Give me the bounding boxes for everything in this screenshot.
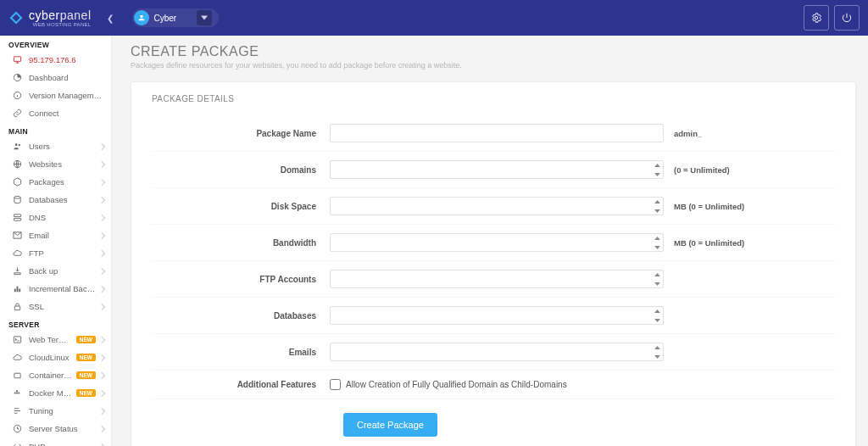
sidebar-item-label: Web Terminal: [29, 335, 73, 344]
database-icon: [12, 195, 22, 204]
new-badge: NEW: [76, 371, 96, 379]
sidebar-item-connect[interactable]: Connect: [0, 104, 111, 122]
sidebar-item-docker[interactable]: Docker Manager NEW: [0, 384, 111, 402]
sidebar-item-serverstatus[interactable]: Server Status: [0, 420, 111, 438]
chevron-down-icon[interactable]: [197, 10, 212, 25]
svg-rect-12: [14, 306, 19, 310]
sidebar-item-label: Back up: [29, 266, 96, 276]
svg-rect-3: [14, 57, 20, 62]
package-icon: [12, 177, 22, 187]
sidebar-item-label: Users: [29, 142, 96, 151]
chevron-right-icon: [98, 249, 105, 256]
sidebar-collapse-button[interactable]: ❮: [103, 11, 117, 25]
label-bandwidth: Bandwidth: [152, 238, 330, 248]
input-databases[interactable]: [330, 306, 664, 325]
sidebar-item-label: Websites: [29, 159, 96, 169]
new-badge: NEW: [76, 389, 96, 397]
panel-title: PACKAGE DETAILS: [152, 94, 835, 103]
sidebar-item-php[interactable]: PHP: [0, 438, 111, 446]
lock-icon: [12, 302, 22, 311]
label-ftp-accounts: FTP Accounts: [152, 275, 330, 284]
checkbox-label[interactable]: Allow Creation of Fully Qualified Domain…: [346, 380, 567, 389]
info-icon: [12, 91, 22, 100]
sidebar-item-dashboard[interactable]: Dashboard: [0, 69, 111, 86]
input-package-name[interactable]: [330, 124, 664, 142]
cloudlinux-icon: [12, 353, 22, 362]
input-disk-space[interactable]: [330, 197, 664, 215]
backup-icon: [12, 266, 22, 276]
svg-rect-16: [16, 393, 18, 394]
svg-rect-15: [14, 393, 15, 394]
sidebar-item-tuning[interactable]: Tuning: [0, 402, 111, 420]
row-package-name: Package Name admin_: [152, 115, 835, 152]
sidebar-item-label: SSL: [29, 302, 96, 311]
sidebar-item-dns[interactable]: DNS: [0, 209, 111, 226]
page-subtitle: Packages define resources for your websi…: [131, 61, 856, 70]
row-ftp-accounts: FTP Accounts: [152, 261, 835, 298]
cloud-icon: [12, 248, 22, 258]
power-button[interactable]: [834, 5, 860, 31]
status-icon: [12, 424, 22, 433]
svg-point-9: [14, 196, 19, 198]
chevron-right-icon: [98, 160, 105, 167]
help-package-name: admin_: [674, 129, 702, 138]
brand-suffix: panel: [60, 8, 92, 22]
terminal-icon: [12, 335, 22, 344]
svg-point-7: [18, 144, 19, 146]
sidebar-item-label: DNS: [29, 213, 96, 222]
svg-point-6: [14, 143, 17, 146]
input-emails[interactable]: [330, 343, 664, 361]
sidebar-item-cloudlinux[interactable]: CloudLinux NEW: [0, 348, 111, 366]
sidebar-item-ssl[interactable]: SSL: [0, 298, 111, 315]
package-details-panel: PACKAGE DETAILS Package Name admin_ Doma…: [131, 81, 856, 446]
section-server: SERVER: [0, 315, 111, 331]
page-title: CREATE PACKAGE: [131, 44, 856, 59]
link-icon: [12, 109, 22, 118]
sidebar-item-websites[interactable]: Websites: [0, 155, 111, 173]
create-package-button[interactable]: Create Package: [343, 413, 437, 437]
sidebar-item-label: Containerization: [29, 371, 73, 380]
input-ftp-accounts[interactable]: [330, 270, 664, 288]
row-bandwidth: Bandwidth MB (0 = Unlimited): [152, 225, 835, 261]
incremental-backup-icon: [12, 284, 22, 293]
globe-icon: [12, 159, 22, 169]
help-domains: (0 = Unlimited): [674, 165, 730, 175]
row-additional: Additional Features Allow Creation of Fu…: [152, 371, 835, 399]
sidebar-item-users[interactable]: Users: [0, 137, 111, 155]
label-databases: Databases: [152, 311, 330, 321]
sidebar-item-label: Email: [29, 231, 96, 240]
label-package-name: Package Name: [152, 129, 330, 138]
sidebar: OVERVIEW 95.179.176.6 Dashboard Version …: [0, 36, 112, 446]
docker-icon: [12, 388, 22, 398]
chevron-right-icon: [98, 231, 105, 238]
checkbox-child-domains[interactable]: [330, 379, 341, 390]
email-icon: [12, 231, 22, 240]
chevron-right-icon: [98, 303, 105, 309]
sidebar-item-incremental[interactable]: Incremental Back up: [0, 280, 111, 298]
user-name: Cyber: [154, 14, 177, 23]
main-content: CREATE PACKAGE Packages define resources…: [112, 36, 868, 446]
sidebar-item-backup[interactable]: Back up: [0, 262, 111, 280]
users-icon: [12, 142, 22, 151]
container-icon: [12, 371, 22, 380]
sidebar-item-label: Server Status: [29, 424, 96, 433]
sidebar-item-ftp[interactable]: FTP: [0, 244, 111, 262]
chevron-right-icon: [98, 389, 105, 396]
sidebar-item-databases[interactable]: Databases: [0, 191, 111, 209]
sidebar-item-label: Tuning: [29, 406, 96, 415]
sidebar-item-ip[interactable]: 95.179.176.6: [0, 51, 111, 69]
sidebar-item-email[interactable]: Email: [0, 226, 111, 244]
chevron-right-icon: [98, 178, 105, 185]
monitor-icon: [12, 55, 22, 64]
chevron-right-icon: [98, 267, 105, 274]
svg-rect-11: [14, 218, 20, 220]
sidebar-item-webterminal[interactable]: Web Terminal NEW: [0, 331, 111, 348]
section-overview: OVERVIEW: [0, 36, 111, 51]
sidebar-item-version[interactable]: Version Management: [0, 86, 111, 104]
input-domains[interactable]: [330, 160, 664, 179]
settings-button[interactable]: [804, 5, 829, 31]
sidebar-item-packages[interactable]: Packages: [0, 173, 111, 191]
user-menu[interactable]: Cyber: [132, 8, 220, 27]
sidebar-item-containerization[interactable]: Containerization NEW: [0, 366, 111, 384]
input-bandwidth[interactable]: [330, 233, 664, 252]
